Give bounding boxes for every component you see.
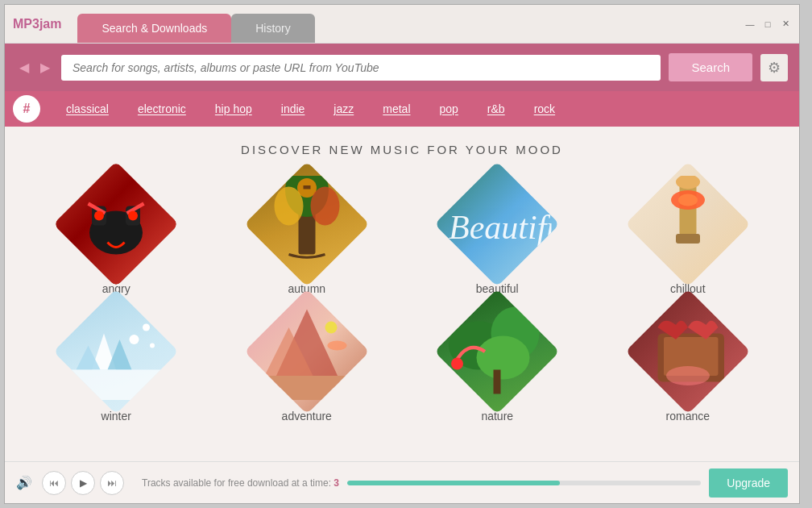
search-bar: ◀ ▶ Search ⚙ bbox=[5, 44, 799, 91]
mood-beautiful[interactable]: Beautiful beautiful bbox=[410, 176, 585, 295]
forward-button[interactable]: ▶ bbox=[37, 58, 53, 77]
mood-autumn[interactable]: autumn bbox=[220, 176, 395, 295]
title-bar: MP3jam Search & Downloads History — □ ✕ bbox=[5, 5, 799, 44]
mood-romance[interactable]: romance bbox=[601, 303, 776, 423]
svg-point-25 bbox=[150, 344, 155, 348]
genre-list: classical electronic hip hop indie jazz … bbox=[52, 98, 570, 120]
minimize-button[interactable]: — bbox=[744, 19, 756, 30]
tab-history-label: History bbox=[255, 22, 291, 35]
genre-pop[interactable]: pop bbox=[425, 98, 473, 120]
svg-rect-16 bbox=[676, 234, 700, 244]
mood-nature[interactable]: nature bbox=[410, 303, 585, 423]
volume-button[interactable]: 🔊 bbox=[16, 475, 32, 490]
close-button[interactable]: ✕ bbox=[780, 19, 791, 30]
nav-buttons: ◀ ▶ bbox=[16, 58, 53, 77]
tab-search[interactable]: Search & Downloads bbox=[77, 14, 231, 43]
back-button[interactable]: ◀ bbox=[16, 58, 32, 77]
search-button[interactable]: Search bbox=[669, 53, 752, 81]
window-controls: — □ ✕ bbox=[744, 19, 791, 30]
play-icon: ▶ bbox=[80, 477, 87, 489]
tab-bar: Search & Downloads History bbox=[77, 5, 744, 43]
svg-point-29 bbox=[325, 322, 337, 334]
mood-chillout[interactable]: chillout bbox=[601, 176, 776, 295]
genre-bar: # classical electronic hip hop indie jaz… bbox=[5, 91, 799, 127]
settings-button[interactable]: ⚙ bbox=[760, 54, 788, 81]
mood-grid: angry bbox=[29, 176, 775, 423]
svg-point-38 bbox=[666, 366, 710, 385]
genre-indie[interactable]: indie bbox=[267, 98, 320, 120]
svg-point-23 bbox=[130, 335, 139, 344]
app-window: MP3jam Search & Downloads History — □ ✕ … bbox=[4, 4, 800, 504]
svg-point-30 bbox=[327, 341, 346, 351]
genre-classical[interactable]: classical bbox=[52, 98, 123, 120]
bottom-bar: 🔊 ⏮ ▶ ⏭ Tracks available for free downlo… bbox=[5, 461, 799, 503]
mood-angry[interactable]: angry bbox=[29, 176, 204, 295]
tab-search-label: Search & Downloads bbox=[102, 22, 207, 35]
svg-text:Beautiful: Beautiful bbox=[449, 209, 552, 246]
upgrade-bar: Tracks available for free download at a … bbox=[142, 468, 788, 498]
svg-point-33 bbox=[477, 336, 530, 380]
upgrade-button[interactable]: Upgrade bbox=[709, 468, 788, 498]
search-input-wrap bbox=[61, 55, 661, 81]
upgrade-count: 3 bbox=[334, 477, 339, 489]
genre-hiphop[interactable]: hip hop bbox=[201, 98, 267, 120]
genre-rock[interactable]: rock bbox=[520, 98, 570, 120]
svg-point-15 bbox=[676, 176, 700, 189]
app-logo: MP3jam bbox=[13, 17, 61, 31]
svg-rect-10 bbox=[303, 185, 310, 189]
player-controls: ⏮ ▶ ⏭ bbox=[42, 471, 124, 495]
upgrade-text: Tracks available for free download at a … bbox=[142, 477, 339, 489]
tab-history[interactable]: History bbox=[231, 14, 315, 43]
genre-all-button[interactable]: # bbox=[13, 95, 40, 123]
search-input[interactable] bbox=[61, 55, 661, 81]
play-button[interactable]: ▶ bbox=[71, 471, 95, 495]
svg-point-24 bbox=[143, 324, 150, 331]
next-button[interactable]: ⏭ bbox=[100, 471, 124, 495]
svg-marker-20 bbox=[108, 339, 132, 370]
genre-metal[interactable]: metal bbox=[368, 98, 425, 120]
prev-icon: ⏮ bbox=[49, 477, 59, 489]
svg-rect-22 bbox=[68, 370, 164, 401]
next-icon: ⏭ bbox=[107, 477, 117, 489]
genre-rnb[interactable]: r&b bbox=[473, 98, 520, 120]
svg-rect-28 bbox=[252, 376, 361, 400]
main-content: DISCOVER NEW MUSIC FOR YOUR MOOD bbox=[5, 127, 799, 461]
svg-rect-34 bbox=[494, 370, 501, 394]
discover-title: DISCOVER NEW MUSIC FOR YOUR MOOD bbox=[29, 143, 775, 156]
mood-winter[interactable]: winter bbox=[29, 303, 204, 423]
gear-icon: ⚙ bbox=[768, 59, 781, 77]
svg-point-12 bbox=[274, 187, 303, 226]
progress-fill bbox=[347, 481, 560, 485]
genre-jazz[interactable]: jazz bbox=[319, 98, 368, 120]
volume-icon: 🔊 bbox=[16, 476, 32, 489]
progress-track bbox=[347, 481, 701, 485]
svg-point-11 bbox=[310, 187, 339, 226]
prev-button[interactable]: ⏮ bbox=[42, 471, 66, 495]
genre-electronic[interactable]: electronic bbox=[123, 98, 201, 120]
maximize-button[interactable]: □ bbox=[762, 19, 773, 30]
mood-adventure[interactable]: adventure bbox=[220, 303, 395, 423]
